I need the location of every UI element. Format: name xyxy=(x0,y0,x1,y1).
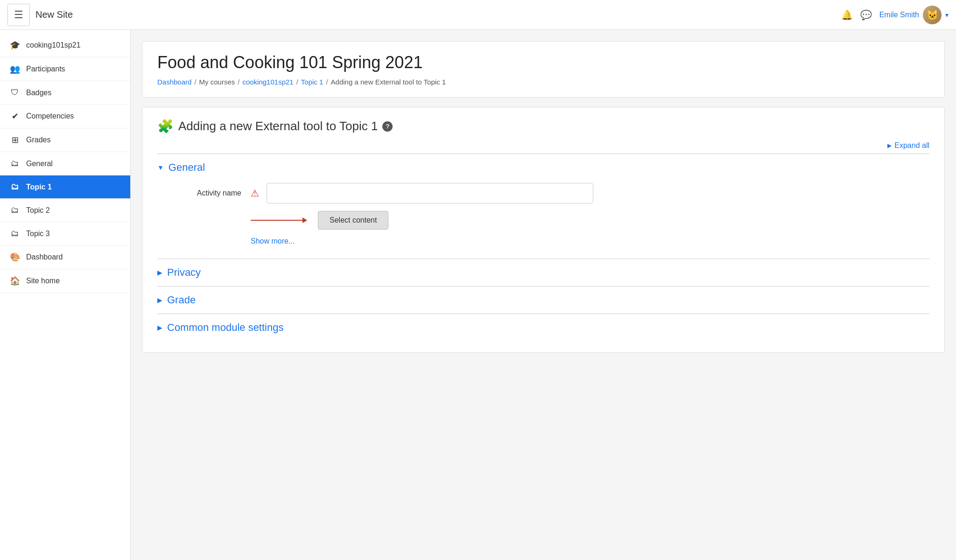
main-content: Food and Cooking 101 Spring 2021 Dashboa… xyxy=(131,30,956,560)
expand-all-row: ▶ Expand all xyxy=(157,141,929,150)
activity-name-input[interactable] xyxy=(267,183,593,203)
breadcrumb-dashboard[interactable]: Dashboard xyxy=(157,78,191,86)
sidebar-item-topic2[interactable]: 🗂 Topic 2 xyxy=(0,199,130,222)
form-card: 🧩 Adding a new External tool to Topic 1 … xyxy=(142,107,945,353)
sidebar-item-badges[interactable]: 🛡 Badges xyxy=(0,81,130,105)
section-general: ▼ General Activity name ⚠ Select content xyxy=(157,154,929,259)
section-general-title: General xyxy=(169,161,205,174)
graduation-icon: 🎓 xyxy=(9,40,21,50)
breadcrumb: Dashboard / My courses / cooking101sp21 … xyxy=(157,78,929,86)
select-content-button[interactable]: Select content xyxy=(318,211,388,230)
required-icon: ⚠ xyxy=(251,188,259,199)
expand-all-triangle-icon: ▶ xyxy=(887,142,892,149)
form-title-text: Adding a new External tool to Topic 1 xyxy=(178,119,378,133)
section-common-module: ▶ Common module settings xyxy=(157,314,929,341)
avatar: 🐱 xyxy=(923,6,942,24)
sidebar-label-competencies: Competencies xyxy=(26,112,74,120)
folder-icon-general: 🗂 xyxy=(9,159,21,168)
arrow-line xyxy=(251,220,307,221)
breadcrumb-sep-4: / xyxy=(326,78,328,86)
section-general-header[interactable]: ▼ General xyxy=(157,160,929,175)
sidebar-item-general[interactable]: 🗂 General xyxy=(0,152,130,175)
breadcrumb-sep-3: / xyxy=(296,78,298,86)
section-privacy-toggle-icon: ▶ xyxy=(157,269,162,276)
sidebar-item-participants[interactable]: 👥 Participants xyxy=(0,57,130,81)
sidebar-label-grades: Grades xyxy=(26,136,50,144)
user-menu[interactable]: Emile Smith 🐱 ▾ xyxy=(879,6,949,24)
sidebar-item-topic1[interactable]: 🗂 Topic 1 xyxy=(0,175,130,199)
activity-name-label: Activity name xyxy=(157,189,241,197)
breadcrumb-sep-1: / xyxy=(194,78,196,86)
sidebar-label-cooking101sp21: cooking101sp21 xyxy=(26,41,81,49)
shield-icon: 🛡 xyxy=(9,88,21,98)
section-privacy-title: Privacy xyxy=(167,266,201,279)
layout: 🎓 cooking101sp21 👥 Participants 🛡 Badges… xyxy=(0,30,956,560)
form-title: 🧩 Adding a new External tool to Topic 1 … xyxy=(157,119,929,134)
folder-icon-topic1: 🗂 xyxy=(9,182,21,192)
activity-name-row: Activity name ⚠ xyxy=(157,183,929,203)
help-icon[interactable]: ? xyxy=(382,121,393,132)
section-common-module-toggle-icon: ▶ xyxy=(157,324,162,331)
sidebar-label-dashboard: Dashboard xyxy=(26,253,63,261)
breadcrumb-current: Adding a new External tool to Topic 1 xyxy=(331,78,446,86)
breadcrumb-sep-2: / xyxy=(238,78,239,86)
show-more-link[interactable]: Show more... xyxy=(157,237,929,245)
sidebar-label-general: General xyxy=(26,160,53,168)
user-dropdown-arrow: ▾ xyxy=(945,11,949,19)
sidebar-item-topic3[interactable]: 🗂 Topic 3 xyxy=(0,222,130,245)
general-form-fields: Activity name ⚠ Select content Show more… xyxy=(157,175,929,253)
section-common-module-title: Common module settings xyxy=(167,322,283,334)
sidebar-label-topic1: Topic 1 xyxy=(26,183,52,191)
breadcrumb-topic1[interactable]: Topic 1 xyxy=(301,78,323,86)
section-grade-title: Grade xyxy=(167,294,196,306)
palette-icon: 🎨 xyxy=(9,252,21,262)
sidebar-label-topic3: Topic 3 xyxy=(26,230,50,238)
header-right: 🔔 💬 Emile Smith 🐱 ▾ xyxy=(841,6,949,24)
notifications-icon[interactable]: 🔔 xyxy=(841,9,853,21)
page-title: Food and Cooking 101 Spring 2021 xyxy=(157,53,929,72)
checkmark-icon: ✔ xyxy=(9,111,21,121)
section-grade-header[interactable]: ▶ Grade xyxy=(157,292,929,308)
sidebar-item-cooking101sp21[interactable]: 🎓 cooking101sp21 xyxy=(0,34,130,57)
site-title: New Site xyxy=(35,9,841,20)
sidebar-label-badges: Badges xyxy=(26,89,51,97)
select-content-row: Select content xyxy=(157,211,929,230)
messages-icon[interactable]: 💬 xyxy=(860,9,872,21)
breadcrumb-mycourses: My courses xyxy=(199,78,235,86)
arrow-indicator xyxy=(251,220,307,221)
puzzle-icon: 🧩 xyxy=(157,119,174,134)
sidebar-item-sitehome[interactable]: 🏠 Site home xyxy=(0,269,130,293)
folder-icon-topic2: 🗂 xyxy=(9,205,21,215)
header: ☰ New Site 🔔 💬 Emile Smith 🐱 ▾ xyxy=(0,0,956,30)
section-grade-toggle-icon: ▶ xyxy=(157,296,162,304)
sidebar-label-sitehome: Site home xyxy=(26,277,60,285)
section-common-module-header[interactable]: ▶ Common module settings xyxy=(157,320,929,336)
sidebar-item-grades[interactable]: ⊞ Grades xyxy=(0,128,130,152)
breadcrumb-cooking101sp21[interactable]: cooking101sp21 xyxy=(242,78,293,86)
expand-all-label: Expand all xyxy=(894,141,929,150)
sidebar-label-topic2: Topic 2 xyxy=(26,206,50,215)
home-icon: 🏠 xyxy=(9,276,21,286)
expand-all-button[interactable]: ▶ Expand all xyxy=(887,141,929,150)
username: Emile Smith xyxy=(879,11,919,19)
hamburger-button[interactable]: ☰ xyxy=(7,4,30,26)
sidebar-label-participants: Participants xyxy=(26,65,65,73)
sidebar-item-competencies[interactable]: ✔ Competencies xyxy=(0,105,130,128)
sidebar-item-dashboard[interactable]: 🎨 Dashboard xyxy=(0,245,130,269)
grid-icon: ⊞ xyxy=(9,135,21,145)
section-privacy-header[interactable]: ▶ Privacy xyxy=(157,265,929,280)
hamburger-icon: ☰ xyxy=(14,9,23,21)
section-general-toggle-icon: ▼ xyxy=(157,164,164,171)
section-privacy: ▶ Privacy xyxy=(157,259,929,286)
breadcrumb-card: Food and Cooking 101 Spring 2021 Dashboa… xyxy=(142,41,945,98)
participants-icon: 👥 xyxy=(9,64,21,74)
folder-icon-topic3: 🗂 xyxy=(9,229,21,238)
sidebar: 🎓 cooking101sp21 👥 Participants 🛡 Badges… xyxy=(0,30,131,560)
section-grade: ▶ Grade xyxy=(157,286,929,314)
